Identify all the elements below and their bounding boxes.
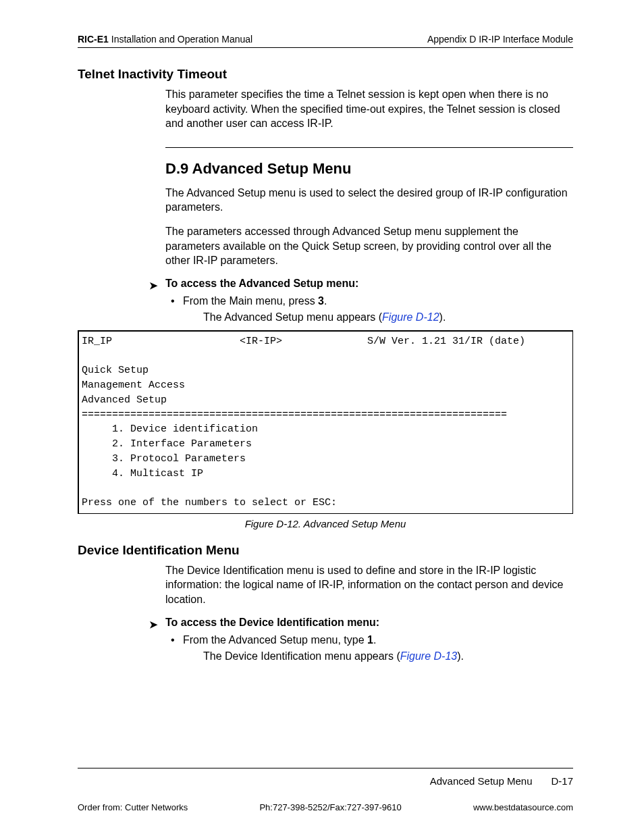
heading-device-id: Device Identification Menu xyxy=(78,543,573,558)
link-figure-d13[interactable]: Figure D-13 xyxy=(400,650,457,662)
para-d9-2: The parameters accessed through Advanced… xyxy=(165,224,573,268)
bullet-icon: • xyxy=(171,634,175,646)
bullet-icon: • xyxy=(171,295,175,307)
footer-page-number: D-17 xyxy=(551,775,573,787)
footer-section: Advanced Setup Menu D-17 xyxy=(78,768,573,787)
page-header: RIC-E1 Installation and Operation Manual… xyxy=(78,34,573,48)
heading-d9: D.9 Advanced Setup Menu xyxy=(165,160,573,178)
footer-url: www.bestdatasource.com xyxy=(473,802,573,812)
section-divider xyxy=(165,147,573,148)
heading-telnet-timeout: Telnet Inactivity Timeout xyxy=(78,67,573,82)
arrow-icon: ➤ xyxy=(149,619,158,631)
result-advanced-appears: The Advanced Setup menu appears (Figure … xyxy=(203,311,573,323)
header-left: RIC-E1 Installation and Operation Manual xyxy=(78,34,252,45)
procedure-title-devid: ➤ To access the Device Identification me… xyxy=(165,617,573,629)
para-devid-body: The Device Identification menu is used t… xyxy=(165,563,573,607)
footer-phone: Ph:727-398-5252/Fax:727-397-9610 xyxy=(259,802,401,812)
footer-order-line: Order from: Cutter Networks Ph:727-398-5… xyxy=(78,802,573,812)
result-devid-appears: The Device Identification menu appears (… xyxy=(203,650,573,662)
para-telnet-body: This parameter specifies the time a Teln… xyxy=(165,87,573,131)
footer-order-from: Order from: Cutter Networks xyxy=(78,802,188,812)
header-right: Appendix D IR-IP Interface Module xyxy=(427,34,573,45)
procedure-title-advanced: ➤ To access the Advanced Setup menu: xyxy=(165,278,573,290)
bullet-type-1: • From the Advanced Setup menu, type 1. xyxy=(183,634,573,646)
terminal-screenshot: IR_IP <IR-IP> S/W Ver. 1.21 31/IR (date)… xyxy=(78,330,573,514)
figure-caption-d12: Figure D-12. Advanced Setup Menu xyxy=(78,518,573,529)
link-figure-d12[interactable]: Figure D-12 xyxy=(382,311,439,323)
bullet-press-3: • From the Main menu, press 3. xyxy=(183,295,573,307)
arrow-icon: ➤ xyxy=(149,280,158,292)
footer-section-label: Advanced Setup Menu xyxy=(430,775,533,787)
para-d9-1: The Advanced Setup menu is used to selec… xyxy=(165,186,573,215)
